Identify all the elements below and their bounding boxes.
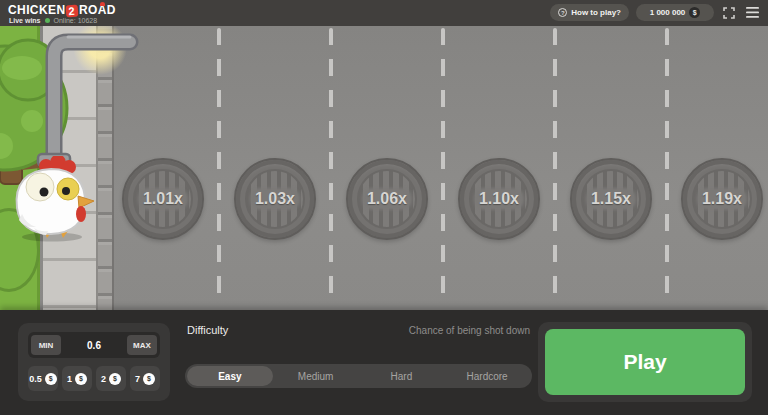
bet-panel: MIN 0.6 MAX 0.5 $ 1 $ 2 $ 7 $ [18, 323, 170, 401]
lane-divider [665, 28, 669, 304]
logo-text-road: ROAD [79, 3, 116, 17]
balance-display[interactable]: 1 000 000 $ [636, 4, 714, 21]
bet-amount-row: MIN 0.6 MAX [28, 332, 160, 358]
chip-button-1[interactable]: 1 $ [62, 366, 92, 391]
chip-label: 2 [101, 374, 106, 384]
live-status-row: Live wins Online: 10628 [9, 17, 97, 24]
difficulty-tab-hard[interactable]: Hard [359, 366, 445, 386]
chip-label: 7 [135, 374, 140, 384]
coin-icon: $ [143, 373, 155, 385]
multiplier-label: 1.06x [348, 160, 426, 238]
coin-icon: $ [45, 373, 57, 385]
fullscreen-icon[interactable] [721, 5, 737, 21]
how-to-play-button[interactable]: ? How to play? [550, 4, 629, 21]
logo-text-chicken: CHICKEN [8, 3, 65, 17]
chip-button-7[interactable]: 7 $ [130, 366, 160, 391]
multiplier-label: 1.19x [683, 160, 761, 238]
manhole-multiplier-6[interactable]: 1.19x [681, 158, 763, 240]
coin-icon: $ [689, 7, 700, 18]
difficulty-label: Difficulty [187, 324, 228, 336]
online-status-dot [45, 18, 50, 23]
chance-of-shot-down-label: Chance of being shot down [330, 325, 530, 336]
top-bar: CHICKEN 2 ROAD Live wins Online: 10628 ?… [0, 0, 768, 26]
logo-comb-accent [100, 2, 105, 6]
chip-button-2[interactable]: 2 $ [96, 366, 126, 391]
app-logo: CHICKEN 2 ROAD [8, 3, 121, 17]
manhole-multiplier-5[interactable]: 1.15x [570, 158, 652, 240]
multiplier-label: 1.15x [572, 160, 650, 238]
how-to-play-label: How to play? [571, 8, 621, 17]
manhole-multiplier-3[interactable]: 1.06x [346, 158, 428, 240]
difficulty-selector: Easy Medium Hard Hardcore [185, 364, 532, 388]
balance-amount: 1 000 000 [650, 8, 686, 17]
chip-label: 1 [67, 374, 72, 384]
question-icon: ? [558, 8, 567, 17]
coin-icon: $ [75, 373, 87, 385]
lane-divider [441, 28, 445, 304]
logo-badge-2: 2 [66, 5, 78, 18]
difficulty-tab-hardcore[interactable]: Hardcore [444, 366, 530, 386]
lane-divider [329, 28, 333, 304]
multiplier-label: 1.10x [460, 160, 538, 238]
bet-amount-value[interactable]: 0.6 [87, 340, 101, 351]
play-button[interactable]: Play [545, 329, 745, 395]
difficulty-tab-medium[interactable]: Medium [273, 366, 359, 386]
manhole-multiplier-2[interactable]: 1.03x [234, 158, 316, 240]
difficulty-tab-easy[interactable]: Easy [187, 366, 273, 386]
max-bet-button[interactable]: MAX [127, 335, 157, 355]
control-panel: MIN 0.6 MAX 0.5 $ 1 $ 2 $ 7 $ Difficulty… [0, 310, 768, 415]
menu-icon[interactable] [744, 5, 760, 21]
lane-divider [217, 28, 221, 304]
min-bet-button[interactable]: MIN [31, 335, 61, 355]
chip-buttons-row: 0.5 $ 1 $ 2 $ 7 $ [28, 366, 160, 391]
header-actions: ? How to play? 1 000 000 $ [550, 4, 760, 21]
manhole-multiplier-4[interactable]: 1.10x [458, 158, 540, 240]
online-count-label: Online: 10628 [54, 17, 98, 24]
chip-label: 0.5 [29, 374, 42, 384]
lane-divider [553, 28, 557, 304]
chicken-character [4, 156, 96, 242]
game-board: 1.01x 1.03x 1.06x 1.10x 1.15x 1.19x [0, 26, 768, 310]
live-wins-label[interactable]: Live wins [9, 17, 41, 24]
chip-button-0.5[interactable]: 0.5 $ [28, 366, 58, 391]
coin-icon: $ [109, 373, 121, 385]
multiplier-label: 1.03x [236, 160, 314, 238]
play-button-panel: Play [538, 322, 752, 402]
